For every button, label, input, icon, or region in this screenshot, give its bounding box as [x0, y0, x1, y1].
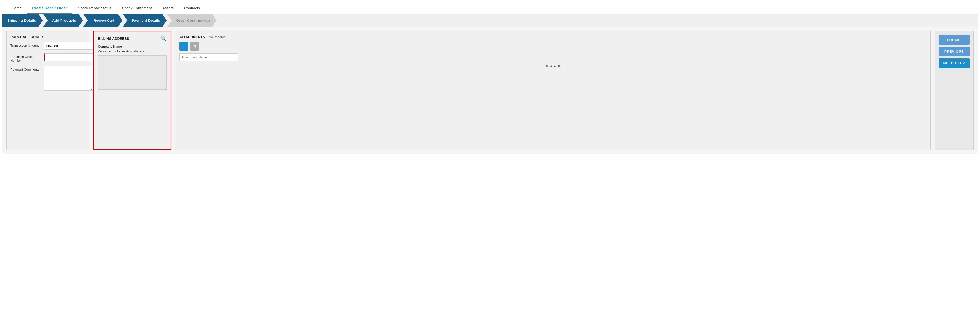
payment-comments-textarea[interactable]	[44, 66, 93, 91]
pagination-first-icon[interactable]: ⊲	[545, 64, 548, 68]
no-records-text: No Records	[208, 35, 226, 39]
attachment-name-field-wrapper	[179, 53, 927, 61]
payment-comments-row: Payment Comments	[11, 66, 85, 91]
wizard-step-shipping[interactable]: Shipping Details	[2, 14, 43, 27]
pagination-bar: ⊲ ◂ ▸ ⊳	[179, 64, 927, 68]
submit-button[interactable]: SUBMIT	[939, 35, 969, 45]
pagination-next-icon[interactable]: ▸	[554, 64, 556, 68]
billing-company-value: Zebra Technologies Australia Pty Ltd	[98, 49, 167, 53]
transaction-amount-input[interactable]	[44, 42, 93, 50]
attachment-name-input[interactable]	[179, 53, 238, 61]
wizard-step-review-cart[interactable]: Review Cart	[83, 14, 123, 27]
payment-comments-group	[44, 66, 93, 91]
purchase-order-panel: PURCHASE ORDER Transaction Amount 📄 Purc…	[6, 31, 89, 150]
nav-check-repair-status[interactable]: Check Repair Status	[73, 2, 117, 14]
billing-address-panel: BILLING ADDRESS 🔍 Company Name Zebra Tec…	[93, 31, 171, 150]
purchase-order-number-row: Purchase Order Number	[11, 53, 85, 62]
transaction-amount-label: Transaction Amount	[11, 42, 42, 47]
nav-contracts[interactable]: Contracts	[179, 2, 205, 14]
attachments-header: ATTACHMENTS No Records	[179, 35, 927, 39]
app-wrapper: Home Create Repair Order Check Repair St…	[2, 2, 978, 154]
attachments-title: ATTACHMENTS	[179, 35, 205, 39]
wizard-bar: Shipping Details Add Products Review Car…	[2, 14, 978, 27]
nav-assets[interactable]: Assets	[157, 2, 179, 14]
pagination-last-icon[interactable]: ⊳	[558, 64, 561, 68]
pagination-prev-icon[interactable]: ◂	[550, 64, 552, 68]
attachments-panel: ATTACHMENTS No Records + ✕ ⊲ ◂ ▸ ⊳	[175, 31, 931, 150]
billing-address-textarea[interactable]	[98, 56, 167, 89]
billing-company-label: Company Name	[98, 45, 167, 48]
main-content: PURCHASE ORDER Transaction Amount 📄 Purc…	[2, 27, 978, 154]
remove-attachment-button[interactable]: ✕	[190, 42, 199, 51]
billing-search-icon[interactable]: 🔍	[160, 35, 167, 42]
wizard-step-add-products[interactable]: Add Products	[43, 14, 83, 27]
wizard-step-payment-details[interactable]: Payment Details	[123, 14, 167, 27]
purchase-order-title: PURCHASE ORDER	[11, 35, 85, 39]
wizard-step-order-confirmation[interactable]: Order Confirmation	[167, 14, 217, 27]
need-help-button[interactable]: NEED HELP	[939, 58, 969, 68]
billing-address-title: BILLING ADDRESS	[98, 37, 129, 40]
payment-comments-label: Payment Comments	[11, 66, 42, 71]
nav-home[interactable]: Home	[6, 2, 27, 14]
action-panel: SUBMIT PREVIOUS NEED HELP	[935, 31, 974, 150]
purchase-order-number-label: Purchase Order Number	[11, 53, 42, 62]
top-nav: Home Create Repair Order Check Repair St…	[2, 2, 978, 14]
purchase-order-number-group	[44, 53, 93, 61]
previous-button[interactable]: PREVIOUS	[939, 46, 969, 56]
transaction-amount-row: Transaction Amount 📄	[11, 42, 85, 50]
billing-panel-header: BILLING ADDRESS 🔍	[98, 35, 167, 42]
purchase-order-number-input[interactable]	[44, 53, 93, 61]
nav-create-repair-order[interactable]: Create Repair Order	[27, 2, 73, 14]
nav-check-entitlement[interactable]: Check Entitlement	[117, 2, 157, 14]
add-attachment-button[interactable]: +	[179, 42, 188, 51]
attachment-buttons: + ✕	[179, 42, 927, 51]
transaction-amount-group: 📄	[44, 42, 100, 50]
